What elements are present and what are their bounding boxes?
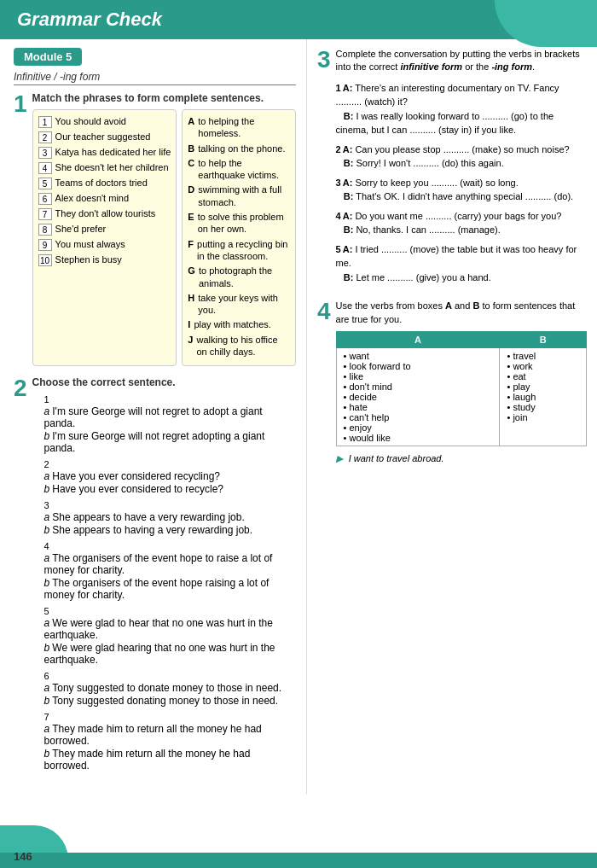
match-right-text: talking on the phone. xyxy=(198,143,285,154)
match-letter: B xyxy=(188,143,194,154)
conv-num: 5 xyxy=(336,244,341,254)
arrow-icon: ▶ xyxy=(336,453,343,463)
verb-table: A B wantlook forward tolikedon't minddec… xyxy=(336,331,587,446)
choice-letter: b xyxy=(44,695,50,707)
match-left-item: 3Katya has dedicated her life xyxy=(38,146,171,159)
conv-speaker: B: xyxy=(344,191,354,201)
match-num: 2 xyxy=(38,131,52,143)
choice-letter: b xyxy=(44,577,50,589)
conv-text: I was really looking forward to ........… xyxy=(336,111,554,136)
conv-text: Let me .......... (give) you a hand. xyxy=(356,272,490,283)
col-b-verb: join xyxy=(507,412,579,422)
conv-speaker: A: xyxy=(343,178,353,188)
ex2-item-num: 2 xyxy=(44,459,49,469)
conv-num: 3 xyxy=(336,178,341,188)
match-num: 3 xyxy=(38,147,52,159)
match-right-item: Jwalking to his office on chilly days. xyxy=(188,334,290,358)
ex2-choice: aShe appears to have a very rewarding jo… xyxy=(44,511,296,523)
choice-text: Tony suggested donating money to those i… xyxy=(52,695,278,707)
example-sentence: ▶ I want to travel abroad. xyxy=(336,453,587,464)
ex2-item-num: 7 xyxy=(44,712,49,722)
left-column: Module 5 Infinitive / -ing form 1 Match … xyxy=(0,39,307,795)
col-a-verb: decide xyxy=(344,392,493,402)
ex2-choice: bThe organisers of the event hope raisin… xyxy=(44,577,296,601)
ex2-item-num: 4 xyxy=(44,541,49,551)
ex1-header: 1 Match the phrases to form complete sen… xyxy=(14,92,296,366)
match-left-text: She'd prefer xyxy=(55,223,107,235)
main-content: Module 5 Infinitive / -ing form 1 Match … xyxy=(0,39,597,795)
match-right-item: Eto solve this problem on her own. xyxy=(188,211,290,236)
ex3-number: 3 xyxy=(317,48,331,72)
choice-text: I'm sure George will not regret to adopt… xyxy=(44,405,263,429)
match-letter: H xyxy=(188,292,194,304)
ex4-content: Use the verbs from boxes A and B to form… xyxy=(336,300,587,464)
conv-text: There's an interesting documentary on TV… xyxy=(336,83,559,108)
ex1-content: Match the phrases to form complete sente… xyxy=(32,92,296,366)
conv-speaker: B: xyxy=(344,111,354,121)
ex3-content: Complete the conversation by putting the… xyxy=(336,48,587,289)
match-left-item: 1You should avoid xyxy=(38,115,171,128)
col-a-header: A xyxy=(336,332,500,348)
choice-text: Have you ever considered to recycle? xyxy=(52,483,223,495)
ex1-match-area: 1You should avoid2Our teacher suggested3… xyxy=(32,109,296,366)
conv-text: Sorry! I won't .......... (do) this agai… xyxy=(356,158,503,168)
choice-letter: b xyxy=(44,748,50,760)
match-left-item: 10Stephen is busy xyxy=(38,253,171,266)
ex2-choice: aTony suggested to donate money to those… xyxy=(44,682,296,694)
ex2-item-num: 5 xyxy=(44,606,49,616)
conversation-block: 3A: Sorry to keep you .......... (wait) … xyxy=(336,176,587,204)
choice-text: She appears to having a very rewarding j… xyxy=(52,524,252,536)
ex3-instruction: Complete the conversation by putting the… xyxy=(336,48,587,74)
match-right-text: to photograph the animals. xyxy=(199,265,290,289)
match-left-item: 2Our teacher suggested xyxy=(38,131,171,143)
match-num: 7 xyxy=(38,208,52,220)
match-left-text: Katya has dedicated her life xyxy=(55,146,171,158)
match-left-text: Our teacher suggested xyxy=(55,131,151,143)
match-right-text: take your keys with you. xyxy=(198,292,290,317)
col-a-verb: can't help xyxy=(344,412,493,422)
conversation-block: 5A: I tried .......... (move) the table … xyxy=(336,242,587,285)
choice-letter: b xyxy=(44,430,50,442)
col-b-header: B xyxy=(500,332,587,348)
match-letter: I xyxy=(188,318,190,330)
ex2-instruction: Choose the correct sentence. xyxy=(32,376,296,388)
page-header: Grammar Check xyxy=(0,0,597,39)
choice-text: Tony suggested to donate money to those … xyxy=(52,682,281,694)
ex1-instruction: Match the phrases to form complete sente… xyxy=(32,92,296,104)
ex2-header: 2 Choose the correct sentence. 1aI'm sur… xyxy=(14,376,296,776)
match-letter: C xyxy=(188,157,194,169)
ex2-choice: bHave you ever considered to recycle? xyxy=(44,483,296,495)
match-left-item: 6Alex doesn't mind xyxy=(38,192,171,205)
col-a-verb: look forward to xyxy=(344,361,493,371)
example-text: I want to travel abroad. xyxy=(349,453,444,463)
choice-text: The organisers of the event hope raising… xyxy=(44,577,270,601)
match-letter: A xyxy=(188,115,194,127)
ex2-choice: bThey made him return all the money he h… xyxy=(44,748,296,772)
choice-text: She appears to have a very rewarding job… xyxy=(52,511,244,523)
ex2-item: 2aHave you ever considered recycling?bHa… xyxy=(44,458,296,495)
match-right-item: Ato helping the homeless. xyxy=(188,115,290,140)
match-num: 5 xyxy=(38,178,52,189)
ex2-choice: aI'm sure George will not regret to adop… xyxy=(44,405,296,429)
ex4-instruction: Use the verbs from boxes A and B to form… xyxy=(336,300,587,326)
match-right-text: play with matches. xyxy=(194,318,270,330)
module-subtitle: Infinitive / -ing form xyxy=(14,71,296,85)
ex2-choice: aThe organisers of the event hope to rai… xyxy=(44,552,296,576)
ex4-number: 4 xyxy=(317,300,331,323)
col-b-verb: travel xyxy=(507,351,579,361)
choice-text: We were glad hearing that no one was hur… xyxy=(44,642,275,666)
match-letter: J xyxy=(188,334,193,346)
col-a-verb: don't mind xyxy=(344,382,493,392)
page-title: Grammar Check xyxy=(17,9,162,30)
conv-speaker: B: xyxy=(344,272,354,283)
conv-text: I tried .......... (move) the table but … xyxy=(336,244,577,269)
match-left-text: You should avoid xyxy=(55,115,126,127)
ex2-choice: bWe were glad hearing that no one was hu… xyxy=(44,642,296,666)
choice-letter: b xyxy=(44,524,50,536)
conv-speaker: A: xyxy=(343,83,353,93)
match-letter: D xyxy=(188,184,194,195)
ex2-item: 3aShe appears to have a very rewarding j… xyxy=(44,499,296,536)
ex2-choice: bTony suggested donating money to those … xyxy=(44,695,296,707)
conv-num: 2 xyxy=(336,144,341,154)
ex2-content: Choose the correct sentence. 1aI'm sure … xyxy=(32,376,296,776)
